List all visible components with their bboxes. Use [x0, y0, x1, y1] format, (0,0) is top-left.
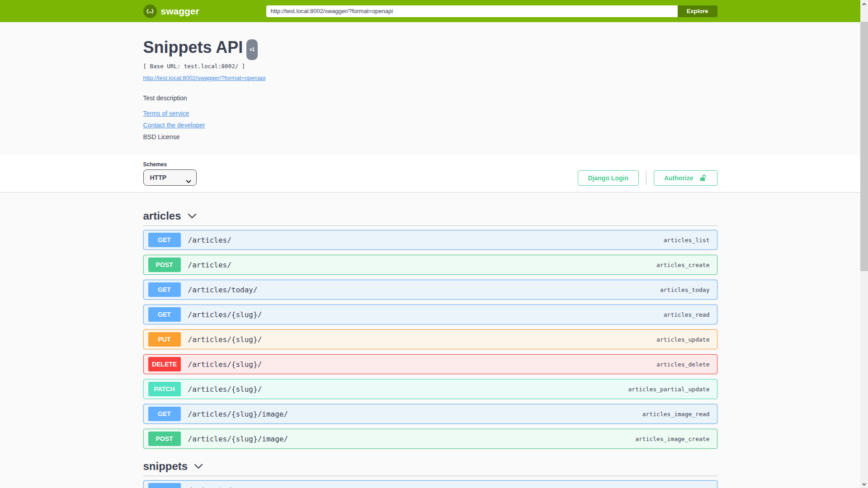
operation-path: /articles/: [188, 236, 231, 244]
operation-id: articles_create: [656, 262, 712, 268]
method-badge: GET: [148, 483, 181, 488]
operation-row[interactable]: PUT/articles/{slug}/articles_update: [143, 329, 717, 349]
method-badge: POST: [148, 258, 181, 272]
spec-link[interactable]: http://test.local:8002/swagger/?format=o…: [143, 74, 266, 83]
operation-path: /articles/{slug}/: [188, 310, 262, 319]
operation-row[interactable]: POST/articles/{slug}/image/articles_imag…: [143, 429, 717, 449]
swagger-logo-icon: {…}: [143, 5, 157, 18]
api-info-section: Snippets API v1 [ Base URL: test.local:8…: [0, 22, 860, 155]
scrollbar-down-arrow[interactable]: [860, 480, 868, 488]
operation-row[interactable]: GET/articles/articles_list: [143, 230, 717, 250]
operation-path: /articles/{slug}/image/: [188, 435, 288, 443]
django-login-button[interactable]: Django Login: [578, 170, 639, 186]
operation-path: /snippets/: [188, 486, 231, 488]
method-badge: PUT: [148, 332, 181, 347]
method-badge: GET: [148, 407, 181, 421]
chevron-down-icon: [194, 464, 203, 469]
method-badge: DELETE: [148, 357, 181, 371]
operation-path: /articles/{slug}/image/: [188, 410, 288, 418]
operation-id: articles_image_read: [642, 411, 712, 418]
api-section-articles: articlesGET/articles/articles_listPOST/a…: [143, 209, 717, 449]
operation-row[interactable]: DELETE/articles/{slug}/articles_delete: [143, 354, 717, 374]
section-heading-articles[interactable]: articles: [143, 209, 197, 223]
operation-path: /articles/{slug}/: [188, 360, 262, 369]
terms-of-service-link[interactable]: Terms of service: [143, 109, 189, 118]
operation-path: /articles/today/: [188, 286, 258, 294]
operation-row[interactable]: GET/articles/today/articles_today: [143, 280, 717, 300]
version-badge: v1: [246, 39, 258, 60]
operation-id: articles_read: [664, 311, 712, 318]
auth-divider: [646, 171, 646, 185]
operations-section: articlesGET/articles/articles_listPOST/a…: [0, 192, 860, 488]
contact-developer-link[interactable]: Contact the developer: [143, 121, 205, 130]
api-description: Test description: [143, 94, 717, 103]
operation-row[interactable]: POST/articles/articles_create: [143, 255, 717, 275]
operation-id: articles_today: [660, 286, 712, 293]
operation-id: articles_image_create: [635, 436, 712, 442]
topbar: {…} swagger Explore: [0, 0, 860, 22]
operation-id: articles_delete: [656, 361, 712, 368]
method-badge: GET: [148, 282, 181, 297]
operation-id: articles_partial_update: [628, 386, 712, 393]
chevron-down-icon: [188, 213, 197, 219]
vertical-scrollbar[interactable]: [860, 0, 868, 488]
auth-wrapper: Django Login Authorize: [578, 170, 717, 186]
spec-url-input[interactable]: [266, 5, 678, 17]
authorize-label: Authorize: [664, 174, 693, 182]
license-text: BSD License: [143, 132, 717, 141]
scheme-select[interactable]: HTTP: [143, 169, 197, 186]
brand-name: swagger: [161, 6, 199, 17]
operation-path: /articles/{slug}/: [188, 385, 262, 394]
operation-id: articles_update: [656, 336, 712, 343]
scheme-container: Schemes HTTP Django Login Authorize: [0, 155, 860, 192]
api-title-text: Snippets API: [143, 38, 243, 56]
operation-row[interactable]: PATCH/articles/{slug}/articles_partial_u…: [143, 379, 717, 399]
operation-row[interactable]: GET/articles/{slug}/image/articles_image…: [143, 404, 717, 424]
authorize-button[interactable]: Authorize: [654, 170, 717, 186]
operation-path: /articles/: [188, 261, 231, 269]
operation-path: /articles/{slug}/: [188, 335, 262, 344]
page-title: Snippets API v1: [143, 38, 717, 60]
operation-row[interactable]: GET/articles/{slug}/articles_read: [143, 305, 717, 324]
explore-button[interactable]: Explore: [678, 5, 717, 17]
swagger-logo[interactable]: {…} swagger: [143, 5, 199, 18]
method-badge: PATCH: [148, 382, 181, 396]
chevron-up-icon: [862, 3, 866, 5]
method-badge: GET: [148, 307, 181, 322]
section-title: snippets: [143, 460, 188, 473]
operation-row[interactable]: GET/snippets/snippets_list: [143, 480, 717, 488]
base-url: [ Base URL: test.local:8002/ ]: [143, 62, 717, 71]
api-section-snippets: snippetsGET/snippets/snippets_list: [143, 460, 717, 488]
unlock-icon: [699, 174, 707, 182]
schemes-label: Schemes: [143, 161, 197, 168]
section-title: articles: [143, 209, 181, 223]
section-divider: [143, 476, 717, 476]
section-divider: [143, 225, 717, 226]
schemes-group: Schemes HTTP: [143, 161, 197, 186]
method-badge: GET: [148, 233, 181, 247]
chevron-down-icon: [862, 483, 866, 486]
scrollbar-thumb[interactable]: [860, 22, 868, 271]
method-badge: POST: [148, 432, 181, 446]
scrollbar-up-arrow[interactable]: [860, 0, 868, 8]
section-heading-snippets[interactable]: snippets: [143, 460, 203, 473]
operation-id: articles_list: [664, 237, 712, 244]
